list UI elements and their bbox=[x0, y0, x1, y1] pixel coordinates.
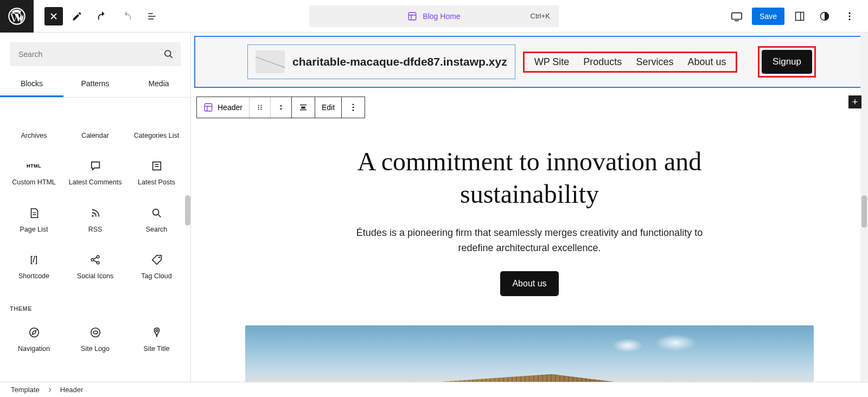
block-type-indicator[interactable]: Header bbox=[197, 97, 250, 118]
navigation-block-highlight[interactable]: WP Site Products Services About us bbox=[523, 52, 738, 73]
svg-point-5 bbox=[849, 12, 851, 14]
nav-link[interactable]: Services bbox=[636, 56, 673, 68]
block-more-icon[interactable] bbox=[342, 97, 365, 118]
template-name: Blog Home bbox=[423, 12, 460, 21]
device-preview-icon[interactable] bbox=[727, 7, 746, 26]
block-site-logo[interactable]: Site Logo bbox=[65, 316, 126, 363]
about-us-button[interactable]: About us bbox=[500, 271, 558, 296]
search-icon[interactable] bbox=[157, 42, 181, 66]
wp-logo[interactable] bbox=[0, 0, 34, 33]
settings-panel-icon[interactable] bbox=[790, 7, 809, 26]
svg-rect-2 bbox=[732, 12, 742, 19]
svg-point-11 bbox=[152, 209, 158, 215]
block-calendar[interactable]: Calendar bbox=[65, 103, 126, 150]
page-content: A commitment to innovation and sustainab… bbox=[191, 118, 868, 296]
svg-point-22 bbox=[258, 107, 259, 108]
signup-button-highlight[interactable]: Signup bbox=[758, 46, 816, 78]
nav-link[interactable]: WP Site bbox=[534, 56, 570, 68]
svg-point-27 bbox=[353, 104, 354, 105]
breadcrumb-current[interactable]: Header bbox=[60, 386, 84, 394]
block-site-title[interactable]: Site Title bbox=[126, 316, 187, 363]
site-title-text[interactable]: charitable-macaque-dfde87.instawp.xyz bbox=[292, 55, 507, 68]
block-latest-posts[interactable]: Latest Posts bbox=[126, 150, 187, 196]
scrollbar-thumb[interactable] bbox=[185, 195, 190, 226]
shortcut-label: Ctrl+K bbox=[531, 12, 550, 20]
block-custom-html[interactable]: HTML Custom HTML bbox=[3, 150, 65, 196]
close-button[interactable] bbox=[44, 7, 63, 25]
block-rss[interactable]: RSS bbox=[65, 197, 126, 244]
block-tag-cloud[interactable]: Tag Cloud bbox=[126, 244, 187, 290]
svg-point-7 bbox=[849, 18, 851, 20]
align-icon[interactable] bbox=[292, 97, 315, 118]
signup-button[interactable]: Signup bbox=[762, 50, 812, 74]
add-block-button[interactable]: + bbox=[848, 95, 861, 108]
tab-media[interactable]: Media bbox=[127, 72, 190, 97]
breadcrumb: Template Header bbox=[0, 382, 868, 397]
svg-point-24 bbox=[258, 108, 259, 110]
block-social-icons[interactable]: Social Icons bbox=[65, 244, 126, 290]
save-button[interactable]: Save bbox=[752, 8, 784, 25]
site-logo-placeholder[interactable] bbox=[256, 50, 285, 73]
block-navigation[interactable]: Navigation bbox=[3, 316, 65, 363]
svg-point-28 bbox=[353, 107, 354, 108]
redo-icon[interactable] bbox=[116, 5, 138, 27]
template-icon bbox=[407, 11, 417, 21]
tab-patterns[interactable]: Patterns bbox=[63, 72, 127, 97]
svg-point-29 bbox=[353, 110, 354, 111]
site-identity-group[interactable]: charitable-macaque-dfde87.instawp.xyz bbox=[247, 44, 515, 79]
move-updown-icon[interactable] bbox=[271, 97, 291, 118]
undo-icon[interactable] bbox=[91, 5, 113, 27]
subhead-text[interactable]: Études is a pioneering firm that seamles… bbox=[350, 226, 709, 256]
inserter-sidebar: Blocks Patterns Media Archives Calendar … bbox=[0, 33, 191, 382]
block-latest-comments[interactable]: Latest Comments bbox=[65, 150, 126, 196]
template-selector[interactable]: Blog Home Ctrl+K bbox=[309, 5, 559, 27]
svg-rect-9 bbox=[152, 162, 161, 170]
nav-link[interactable]: Products bbox=[583, 56, 622, 68]
block-page-list[interactable]: Page List bbox=[3, 197, 65, 244]
section-theme-label: THEME bbox=[0, 290, 190, 316]
breadcrumb-root[interactable]: Template bbox=[11, 386, 40, 394]
svg-point-15 bbox=[158, 257, 160, 258]
block-toolbar: Header Edit bbox=[196, 97, 868, 118]
headline-text[interactable]: A commitment to innovation and sustainab… bbox=[307, 145, 752, 210]
top-toolbar: Blog Home Ctrl+K Save bbox=[0, 0, 868, 33]
svg-point-20 bbox=[258, 105, 259, 106]
svg-rect-19 bbox=[205, 104, 212, 111]
chevron-right-icon bbox=[47, 387, 53, 393]
editor-canvas: charitable-macaque-dfde87.instawp.xyz WP… bbox=[191, 33, 868, 382]
header-template-part[interactable]: charitable-macaque-dfde87.instawp.xyz WP… bbox=[194, 36, 861, 88]
svg-point-10 bbox=[92, 215, 93, 216]
edit-button[interactable]: Edit bbox=[315, 97, 341, 118]
block-categories-list[interactable]: Categories List bbox=[126, 103, 187, 150]
blocks-panel: Archives Calendar Categories List HTML C… bbox=[0, 98, 190, 382]
svg-point-17 bbox=[91, 328, 100, 337]
hero-image[interactable] bbox=[245, 325, 814, 382]
svg-point-16 bbox=[29, 328, 39, 337]
nav-link[interactable]: About us bbox=[687, 56, 726, 68]
svg-point-21 bbox=[260, 105, 261, 106]
styles-icon[interactable] bbox=[815, 7, 834, 26]
search-input[interactable] bbox=[10, 42, 157, 66]
svg-rect-26 bbox=[301, 107, 305, 109]
svg-rect-3 bbox=[796, 12, 804, 20]
svg-rect-1 bbox=[409, 12, 417, 20]
canvas-scrollbar[interactable] bbox=[860, 33, 868, 382]
inserter-tabs: Blocks Patterns Media bbox=[0, 72, 190, 98]
drag-handle-icon[interactable] bbox=[250, 97, 271, 118]
svg-point-8 bbox=[165, 50, 171, 56]
svg-point-23 bbox=[260, 107, 261, 108]
svg-point-25 bbox=[260, 108, 261, 110]
svg-point-18 bbox=[156, 330, 158, 332]
tab-blocks[interactable]: Blocks bbox=[0, 72, 63, 97]
edit-pencil-icon[interactable] bbox=[66, 5, 88, 27]
block-shortcode[interactable]: [/] Shortcode bbox=[3, 244, 65, 290]
document-outline-icon[interactable] bbox=[141, 5, 163, 27]
svg-point-6 bbox=[849, 15, 851, 17]
block-search[interactable]: Search bbox=[126, 197, 187, 244]
block-archives[interactable]: Archives bbox=[3, 103, 65, 150]
more-menu-icon[interactable] bbox=[840, 7, 859, 26]
